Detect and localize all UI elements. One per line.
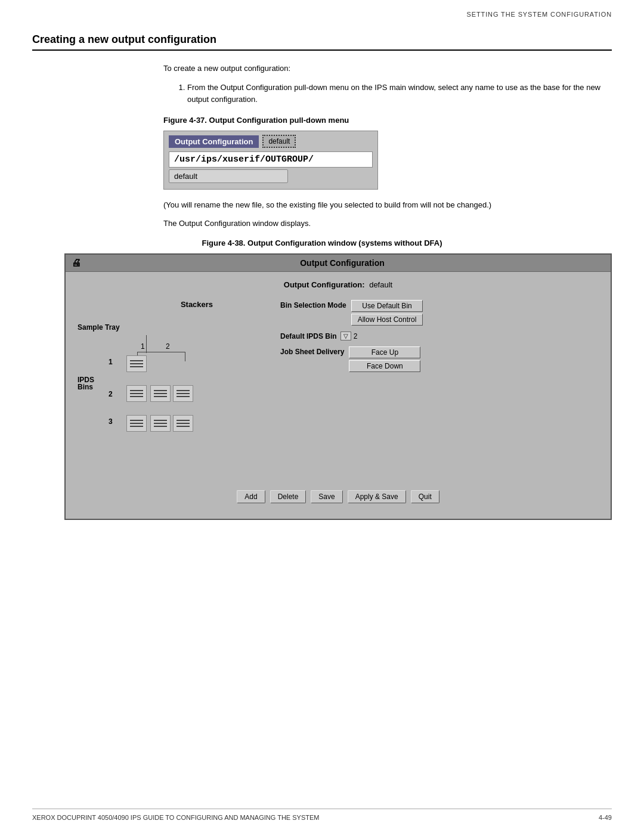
pulldown-item-path[interactable]: /usr/ips/xuserif/OUTGROUP/ [169, 151, 373, 168]
job-sheet-row: Job Sheet Delivery Face Up Face Down [280, 346, 599, 372]
oc-config-name-row: Output Configuration: default [78, 280, 599, 289]
default-ipds-dropdown[interactable]: ▽ [340, 332, 351, 340]
header-text: SETTING THE SYSTEM CONFIGURATION [467, 11, 612, 18]
bin-r3-c0[interactable] [126, 415, 147, 432]
oc-left-panel: Stackers Sample Tray 1 2 [78, 300, 268, 478]
default-ipds-value: 2 [354, 332, 358, 340]
step-1: From the Output Configuration pull-down … [187, 82, 612, 107]
oc-main-layout: Stackers Sample Tray 1 2 [78, 300, 599, 478]
save-button[interactable]: Save [311, 490, 342, 503]
bin-selection-row: Bin Selection Mode Use Default Bin Allow… [280, 300, 599, 326]
bin-r3-c1[interactable] [150, 415, 171, 432]
job-sheet-label: Job Sheet Delivery [280, 346, 344, 356]
oc-body: Output Configuration: default Stackers S… [66, 272, 611, 519]
sample-tray-label: Sample Tray [78, 323, 120, 332]
col-header-2: 2 [166, 342, 170, 351]
bins-area: Sample Tray 1 2 1 [78, 311, 256, 478]
page-content: Creating a new output configuration To c… [0, 21, 644, 574]
stackers-label: Stackers [125, 300, 268, 309]
bin-r2-c0[interactable] [126, 385, 147, 402]
lines-icon-r2c0 [130, 390, 143, 397]
bin-sel-mode-label: Bin Selection Mode [280, 300, 346, 309]
lines-icon-r3c0 [130, 420, 143, 427]
footer-right: 4-49 [599, 814, 612, 821]
col-header-1: 1 [141, 342, 145, 351]
window-icon: 🖨 [72, 258, 81, 268]
apply-save-button[interactable]: Apply & Save [348, 490, 406, 503]
delete-button[interactable]: Delete [270, 490, 306, 503]
page-header: SETTING THE SYSTEM CONFIGURATION [0, 0, 644, 21]
figure38-caption: Figure 4-38. Output Configuration window… [32, 239, 612, 247]
oc-config-value: default [369, 280, 392, 289]
figure37-caption: Figure 4-37. Output Configuration pull-d… [163, 116, 612, 125]
figure37-number: Figure 4-37. [163, 116, 207, 125]
pulldown-item-default[interactable]: default [169, 169, 288, 183]
bin-r1-c0[interactable] [126, 355, 147, 372]
oc-bottom-buttons: Add Delete Save Apply & Save Quit [78, 490, 599, 509]
pulldown-selected-value[interactable]: default [262, 135, 296, 148]
lines-icon-r3c2 [177, 420, 190, 427]
bins-label: Bins [78, 383, 93, 391]
dropdown-arrow: ▽ [343, 333, 348, 339]
steps-list: From the Output Configuration pull-down … [175, 82, 612, 107]
lines-icon-r1c0 [130, 360, 143, 367]
output-config-window: 🖨 Output Configuration Output Configurat… [64, 253, 612, 520]
bin-r2-c2[interactable] [173, 385, 193, 402]
allow-host-control-button[interactable]: Allow Host Control [351, 314, 423, 326]
sample-tray-line [146, 335, 147, 353]
row-label-2: 2 [109, 390, 113, 398]
footer-left: XEROX DOCUPRINT 4050/4090 IPS GUIDE TO C… [32, 814, 319, 821]
section-title: Creating a new output configuration [32, 33, 612, 51]
lines-icon-r2c2 [177, 390, 190, 397]
row-label-3: 3 [109, 417, 113, 426]
paren-note: (You will rename the new file, so the ex… [163, 199, 612, 212]
use-default-bin-button[interactable]: Use Default Bin [351, 300, 423, 312]
figure38-title: Output Configuration window (systems wit… [247, 239, 442, 247]
oc-right-panel: Bin Selection Mode Use Default Bin Allow… [280, 300, 599, 372]
face-up-button[interactable]: Face Up [349, 346, 420, 358]
display-note: The Output Configuration window displays… [163, 218, 612, 230]
stacker-branch-right [185, 352, 185, 361]
intro-text: To create a new output configuration: [163, 63, 612, 75]
bin-r2-c1[interactable] [150, 385, 171, 402]
lines-icon-r2c1 [154, 390, 167, 397]
pulldown-title-bar: Output Configuration default [169, 135, 373, 148]
pulldown-title: Output Configuration [169, 135, 259, 148]
figure37-title: Output Configuration pull-down menu [209, 116, 349, 125]
quit-button[interactable]: Quit [411, 490, 439, 503]
pulldown-figure: Output Configuration default /usr/ips/xu… [163, 131, 378, 190]
default-ipds-row: Default IPDS Bin ▽ 2 [280, 332, 599, 340]
job-sheet-buttons: Face Up Face Down [349, 346, 420, 372]
add-button[interactable]: Add [237, 490, 265, 503]
figure38-number: Figure 4-38. [202, 239, 245, 247]
face-down-button[interactable]: Face Down [349, 360, 420, 372]
oc-title-bar: 🖨 Output Configuration [66, 255, 611, 272]
stacker-h-line [137, 352, 185, 352]
oc-window-title: Output Configuration [86, 258, 611, 268]
oc-config-label: Output Configuration: [284, 280, 365, 289]
bin-sel-buttons: Use Default Bin Allow Host Control [351, 300, 423, 326]
default-ipds-label: Default IPDS Bin [280, 332, 337, 340]
row-label-1: 1 [109, 358, 113, 366]
bin-r3-c2[interactable] [173, 415, 193, 432]
page-footer: XEROX DOCUPRINT 4050/4090 IPS GUIDE TO C… [32, 809, 612, 821]
lines-icon-r3c1 [154, 420, 167, 427]
